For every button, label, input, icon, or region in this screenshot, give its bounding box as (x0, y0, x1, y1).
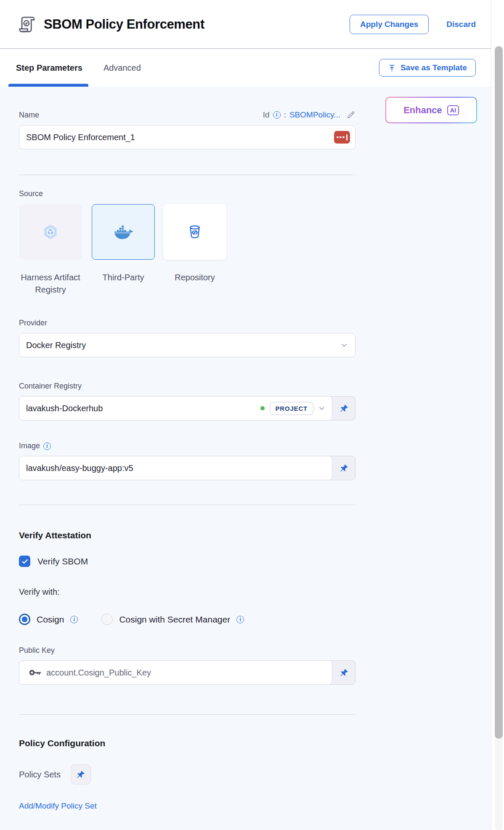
source-card-harness[interactable] (19, 204, 82, 260)
save-as-template-label: Save as Template (401, 63, 467, 72)
save-as-template-button[interactable]: Save as Template (379, 59, 476, 77)
source-option-thirdparty: Third-Party (92, 204, 155, 296)
code-repo-icon (186, 223, 203, 240)
tab-bar: Step Parameters Advanced Save as Templat… (0, 49, 491, 87)
step-config-panel: SBOM Policy Enforcement Apply Changes Di… (0, 0, 491, 830)
verify-method-radio-group: Cosign i Cosign with Secret Manager i (19, 614, 491, 625)
tab-step-parameters[interactable]: Step Parameters (15, 49, 83, 87)
tab-advanced-label: Advanced (103, 63, 141, 73)
container-registry-input[interactable] (26, 404, 260, 413)
public-key-input[interactable] (46, 668, 326, 678)
source-card-repository[interactable] (163, 204, 226, 260)
source-section: Source Harness Artifact Reg (19, 189, 491, 296)
provider-select[interactable] (19, 333, 355, 357)
tab-advanced[interactable]: Advanced (103, 49, 142, 87)
provider-label: Provider (19, 319, 491, 327)
expression-type-icon[interactable] (334, 131, 350, 144)
source-card-label: Repository (156, 271, 233, 284)
source-option-harness: Harness Artifact Registry (19, 204, 82, 296)
pin-icon[interactable] (332, 661, 355, 684)
discard-label: Discard (446, 20, 476, 29)
radio-unselected-icon[interactable] (101, 614, 113, 625)
id-value: SBOMPolicy... (289, 110, 340, 120)
image-input-box (19, 456, 355, 480)
public-key-field: Public Key (19, 646, 491, 685)
tab-step-parameters-label: Step Parameters (16, 63, 82, 73)
id-colon: : (284, 110, 286, 120)
edit-pencil-icon[interactable] (346, 110, 355, 120)
chevron-down-icon[interactable] (340, 341, 348, 349)
policy-sets-row: Policy Sets (19, 764, 491, 785)
image-label: Image (19, 442, 40, 450)
radio-cosign-secret-manager[interactable]: Cosign with Secret Manager i (101, 614, 244, 625)
hexagon-cube-icon (42, 223, 59, 241)
connector-status-dot (260, 406, 265, 410)
source-card-label: Third-Party (85, 271, 162, 284)
key-icon (29, 669, 41, 676)
container-registry-input-box: PROJECT (19, 396, 355, 420)
upload-icon (388, 64, 396, 72)
name-label: Name (19, 111, 39, 120)
verify-with-label: Verify with: (19, 587, 491, 597)
scrollbar-thumb[interactable] (495, 46, 503, 739)
source-cards: Harness Artifact Registry (19, 204, 491, 296)
cosign-info-icon[interactable]: i (70, 616, 78, 623)
step-parameters-form: Enhance AI Name Id i : SBOMPolicy... (0, 87, 491, 811)
image-info-icon[interactable]: i (43, 442, 51, 450)
id-label: Id (263, 110, 270, 120)
verify-sbom-checkbox[interactable] (19, 556, 30, 567)
radio-cosign[interactable]: Cosign i (19, 614, 78, 625)
verify-sbom-checkbox-row[interactable]: Verify SBOM (19, 556, 491, 567)
scrollbar-track[interactable] (495, 45, 503, 830)
radio-cosign-label: Cosign (37, 615, 64, 625)
policy-sets-label: Policy Sets (19, 770, 61, 779)
container-registry-label: Container Registry (19, 382, 491, 391)
section-divider (19, 714, 355, 715)
container-registry-field: Container Registry PROJECT (19, 382, 491, 420)
source-option-repository: Repository (163, 204, 226, 296)
public-key-input-box (19, 660, 355, 685)
enhance-label: Enhance (403, 105, 442, 116)
docker-whale-icon (114, 224, 133, 240)
name-field-header: Name Id i : SBOMPolicy... (19, 110, 355, 120)
source-card-label: Harness Artifact Registry (12, 271, 89, 296)
ai-badge-icon: AI (447, 105, 459, 115)
section-divider (19, 505, 355, 505)
provider-select-value[interactable] (26, 341, 340, 350)
verify-attestation-heading: Verify Attestation (19, 530, 491, 540)
add-modify-policy-set-link[interactable]: Add/Modify Policy Set (19, 801, 97, 811)
chevron-down-icon[interactable] (318, 404, 326, 412)
enhance-ai-button[interactable]: Enhance AI (385, 97, 477, 123)
header-actions: Apply Changes Discard (350, 15, 476, 34)
page-title: SBOM Policy Enforcement (44, 17, 204, 32)
name-input[interactable] (26, 133, 334, 142)
policy-configuration-heading: Policy Configuration (19, 738, 491, 748)
verify-sbom-label: Verify SBOM (37, 556, 88, 567)
panel-header: SBOM Policy Enforcement Apply Changes Di… (0, 0, 491, 49)
id-info-icon[interactable]: i (273, 111, 281, 119)
scope-badge: PROJECT (270, 402, 313, 415)
apply-changes-label: Apply Changes (360, 20, 418, 29)
secret-manager-info-icon[interactable]: i (236, 616, 244, 623)
apply-changes-button[interactable]: Apply Changes (350, 15, 429, 34)
step-id-row: Id i : SBOMPolicy... (263, 110, 355, 120)
pin-icon[interactable] (71, 764, 91, 785)
pin-icon[interactable] (332, 396, 355, 420)
section-divider (19, 175, 355, 175)
radio-secret-manager-label: Cosign with Secret Manager (119, 615, 230, 625)
image-input[interactable] (26, 463, 326, 473)
radio-selected-icon[interactable] (19, 614, 30, 625)
name-input-box (19, 125, 355, 149)
public-key-label: Public Key (19, 646, 491, 655)
pin-icon[interactable] (332, 456, 355, 480)
image-field: Image i (19, 442, 491, 480)
source-label: Source (19, 189, 491, 198)
provider-field: Provider (19, 319, 491, 357)
discard-button[interactable]: Discard (446, 20, 476, 29)
active-tab-underline (8, 84, 88, 87)
source-card-thirdparty[interactable] (92, 204, 155, 260)
policy-scroll-icon (17, 14, 37, 35)
